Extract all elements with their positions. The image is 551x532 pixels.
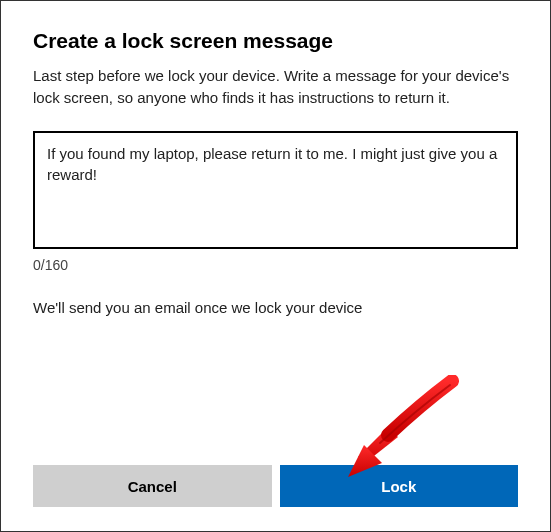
dialog-button-row: Cancel Lock <box>33 465 518 507</box>
svg-marker-0 <box>358 427 398 467</box>
dialog-title: Create a lock screen message <box>33 29 518 53</box>
lock-button[interactable]: Lock <box>280 465 519 507</box>
cancel-button[interactable]: Cancel <box>33 465 272 507</box>
character-counter: 0/160 <box>33 257 518 273</box>
email-confirmation-note: We'll send you an email once we lock you… <box>33 299 518 316</box>
dialog-description: Last step before we lock your device. Wr… <box>33 65 518 109</box>
lock-message-input[interactable] <box>33 131 518 249</box>
